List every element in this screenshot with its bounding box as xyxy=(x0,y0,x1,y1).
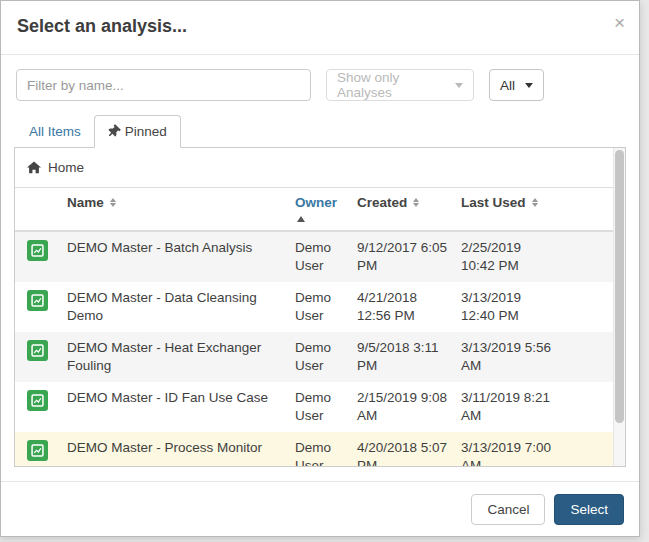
tab-pinned[interactable]: Pinned xyxy=(94,115,181,148)
select-analysis-modal: × Select an analysis... Show only Analys… xyxy=(0,0,640,537)
row-owner: Demo User xyxy=(295,289,357,325)
row-last-used: 2/25/2019 10:42 PM xyxy=(461,239,556,275)
row-created: 9/12/2017 6:05 PM xyxy=(357,239,461,275)
row-name: DEMO Master - Data Cleansing Demo xyxy=(67,289,295,325)
column-header-created-label: Created xyxy=(357,194,407,212)
row-last-used: 3/13/2019 12:40 PM xyxy=(461,289,556,325)
table-row[interactable]: DEMO Master - Process Monitor Demo User … xyxy=(15,432,613,466)
scope-dropdown[interactable]: All xyxy=(489,69,544,101)
row-created: 9/5/2018 3:11 PM xyxy=(357,339,461,375)
row-name: DEMO Master - ID Fan Use Case xyxy=(67,389,295,407)
row-created: 4/20/2018 5:07 PM xyxy=(357,439,461,466)
filter-toolbar: Show only Analyses All xyxy=(1,55,639,101)
sort-icon xyxy=(532,198,538,207)
analysis-icon xyxy=(27,390,48,411)
breadcrumb-home-label: Home xyxy=(48,160,84,175)
select-button[interactable]: Select xyxy=(554,494,624,525)
row-owner: Demo User xyxy=(295,439,357,466)
analysis-icon xyxy=(27,240,48,261)
analysis-icon xyxy=(27,290,48,311)
modal-title: Select an analysis... xyxy=(17,16,623,37)
scrollbar[interactable] xyxy=(613,148,625,466)
tab-all-items[interactable]: All Items xyxy=(16,116,94,147)
row-owner: Demo User xyxy=(295,239,357,275)
row-icon-cell xyxy=(27,389,67,413)
scope-dropdown-label: All xyxy=(500,78,515,93)
pin-icon xyxy=(108,125,119,138)
analysis-icon xyxy=(27,440,48,461)
table-row[interactable]: DEMO Master - Batch Analysis Demo User 9… xyxy=(15,232,613,282)
table-row[interactable]: DEMO Master - Heat Exchanger Fouling Dem… xyxy=(15,332,613,382)
modal-footer: Cancel Select xyxy=(1,481,639,536)
show-only-analyses-dropdown[interactable]: Show only Analyses xyxy=(326,69,474,101)
row-owner: Demo User xyxy=(295,389,357,425)
filter-by-name-input[interactable] xyxy=(16,69,311,101)
table-body: DEMO Master - Batch Analysis Demo User 9… xyxy=(15,232,613,466)
row-owner: Demo User xyxy=(295,339,357,375)
row-icon-cell xyxy=(27,339,67,363)
table-row[interactable]: DEMO Master - Data Cleansing Demo Demo U… xyxy=(15,282,613,332)
row-created: 2/15/2019 9:08 AM xyxy=(357,389,461,425)
row-name: DEMO Master - Process Monitor xyxy=(67,439,295,457)
column-header-owner[interactable]: Owner xyxy=(295,194,357,222)
row-name: DEMO Master - Batch Analysis xyxy=(67,239,295,257)
row-icon-cell xyxy=(27,239,67,263)
tab-pinned-label: Pinned xyxy=(125,124,167,139)
show-only-analyses-label: Show only Analyses xyxy=(337,70,447,100)
sort-icon xyxy=(413,198,419,207)
column-header-name[interactable]: Name xyxy=(67,194,295,212)
home-icon xyxy=(27,161,41,174)
column-header-name-label: Name xyxy=(67,194,104,212)
items-scroll-area: Home Name Owner Created Last Used xyxy=(15,148,613,466)
row-last-used: 3/13/2019 5:56 AM xyxy=(461,339,556,375)
sort-asc-icon xyxy=(297,216,305,222)
row-icon-cell xyxy=(27,439,67,463)
column-header-last-used[interactable]: Last Used xyxy=(461,194,556,212)
row-created: 4/21/2018 12:56 PM xyxy=(357,289,461,325)
row-last-used: 3/11/2019 8:21 AM xyxy=(461,389,556,425)
column-header-owner-label: Owner xyxy=(295,194,337,212)
sort-icon xyxy=(110,198,116,207)
scrollbar-thumb[interactable] xyxy=(615,150,624,423)
cancel-button[interactable]: Cancel xyxy=(471,494,545,525)
tab-all-items-label: All Items xyxy=(29,124,81,139)
items-panel: Home Name Owner Created Last Used xyxy=(14,147,626,467)
table-row[interactable]: DEMO Master - ID Fan Use Case Demo User … xyxy=(15,382,613,432)
close-icon[interactable]: × xyxy=(614,13,625,32)
row-last-used: 3/13/2019 7:00 AM xyxy=(461,439,556,466)
breadcrumb[interactable]: Home xyxy=(15,148,613,188)
tabs: All Items Pinned xyxy=(16,115,624,147)
row-name: DEMO Master - Heat Exchanger Fouling xyxy=(67,339,295,375)
row-icon-cell xyxy=(27,289,67,313)
caret-down-icon xyxy=(455,83,463,88)
modal-header: Select an analysis... xyxy=(1,1,639,55)
table-header: Name Owner Created Last Used xyxy=(15,188,613,232)
column-header-created[interactable]: Created xyxy=(357,194,461,212)
caret-down-icon xyxy=(525,83,533,88)
analysis-icon xyxy=(27,340,48,361)
column-header-last-used-label: Last Used xyxy=(461,194,526,212)
